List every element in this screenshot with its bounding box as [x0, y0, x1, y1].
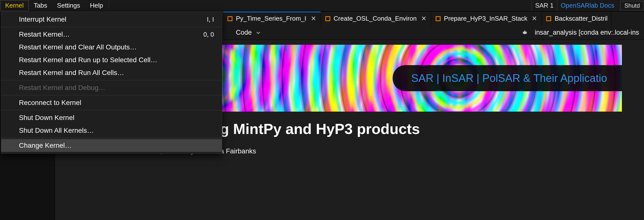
menu-restart-clear[interactable]: Restart Kernel and Clear All Outputs…	[1, 41, 222, 54]
tab-create-conda[interactable]: Create_OSL_Conda_Environ ✕	[321, 12, 431, 26]
tab-label: Backscatter_Distril	[554, 15, 608, 22]
menu-item-label: Shut Down Kernel	[19, 114, 74, 122]
menu-item-label: Interrupt Kernel	[19, 16, 66, 23]
kernel-dropdown: Interrupt Kernel I, I Restart Kernel… 0,…	[1, 11, 222, 154]
menu-separator	[1, 27, 222, 27]
svg-line-4	[523, 33, 524, 34]
menu-item-label: Restart Kernel and Run up to Selected Ce…	[19, 56, 157, 64]
menu-item-label: Change Kernel…	[19, 142, 72, 150]
menu-item-shortcut: I, I	[207, 16, 214, 23]
celltype-label: Code	[236, 29, 252, 36]
svg-point-0	[523, 31, 526, 34]
profile-label[interactable]: SAR 1	[532, 0, 557, 11]
tab-time-series[interactable]: Py_Time_Series_From_I ✕	[223, 12, 321, 26]
svg-line-3	[526, 32, 527, 32]
menu-item-label: Restart Kernel and Debug…	[19, 84, 106, 92]
kernel-name[interactable]: insar_analysis [conda env:.local-ins	[535, 29, 644, 36]
close-icon[interactable]: ✕	[531, 15, 538, 22]
chevron-down-icon	[256, 31, 260, 35]
docs-link[interactable]: OpenSARlab Docs	[557, 0, 618, 11]
menu-kernel[interactable]: Kernel	[0, 0, 29, 11]
menu-bar: Kernel Tabs Settings Help SAR 1 OpenSARl…	[0, 0, 644, 11]
notebook-icon	[436, 16, 440, 21]
menu-help[interactable]: Help	[85, 0, 108, 11]
menu-shutdown-all-kernels[interactable]: Shut Down All Kernels…	[1, 124, 222, 137]
menu-item-label: Restart Kernel and Clear All Outputs…	[19, 43, 136, 51]
celltype-select[interactable]: Code	[233, 27, 263, 38]
menu-item-shortcut: 0, 0	[204, 31, 214, 38]
menu-restart-kernel[interactable]: Restart Kernel… 0, 0	[1, 28, 222, 41]
close-icon[interactable]: ✕	[310, 15, 317, 22]
menu-change-kernel[interactable]: Change Kernel…	[1, 139, 222, 152]
menu-item-label: Restart Kernel…	[19, 30, 70, 38]
menu-divider	[108, 2, 109, 9]
menu-separator	[1, 110, 222, 110]
tab-label: Py_Time_Series_From_I	[236, 15, 306, 22]
tab-prepare-hyp3[interactable]: Prepare_HyP3_InSAR_Stack ✕	[431, 12, 542, 26]
menu-item-label: Shut Down All Kernels…	[19, 126, 94, 134]
menu-tabs[interactable]: Tabs	[29, 0, 52, 11]
bug-icon[interactable]	[522, 30, 528, 36]
menu-reconnect-kernel[interactable]: Reconnect to Kernel	[1, 96, 222, 109]
shutdown-button[interactable]: Shutd	[620, 1, 644, 10]
menu-restart-run-all[interactable]: Restart Kernel and Run All Cells…	[1, 66, 222, 79]
tab-label: Prepare_HyP3_InSAR_Stack	[444, 15, 528, 22]
tab-backscatter[interactable]: Backscatter_Distril	[542, 12, 611, 26]
tab-label: Create_OSL_Conda_Environ	[334, 15, 417, 22]
notebook-icon	[546, 16, 551, 21]
menu-interrupt-kernel[interactable]: Interrupt Kernel I, I	[1, 13, 222, 26]
menu-item-label: Restart Kernel and Run All Cells…	[19, 69, 124, 77]
menu-item-label: Reconnect to Kernel	[19, 99, 81, 107]
menu-settings[interactable]: Settings	[52, 0, 85, 11]
menu-right: SAR 1 OpenSARlab Docs Shutd	[532, 0, 644, 11]
menu-restart-debug: Restart Kernel and Debug…	[1, 81, 222, 94]
notebook-icon	[228, 16, 232, 21]
menu-shutdown-kernel[interactable]: Shut Down Kernel	[1, 111, 222, 124]
menu-restart-run-selected[interactable]: Restart Kernel and Run up to Selected Ce…	[1, 54, 222, 66]
svg-line-5	[526, 33, 527, 34]
banner-text: SAR | InSAR | PolSAR & Their Applicatio	[393, 65, 622, 91]
close-icon[interactable]: ✕	[420, 15, 428, 22]
menu-separator	[1, 80, 222, 80]
svg-line-2	[523, 32, 524, 32]
notebook-icon	[325, 16, 330, 21]
menu-separator	[1, 138, 222, 138]
